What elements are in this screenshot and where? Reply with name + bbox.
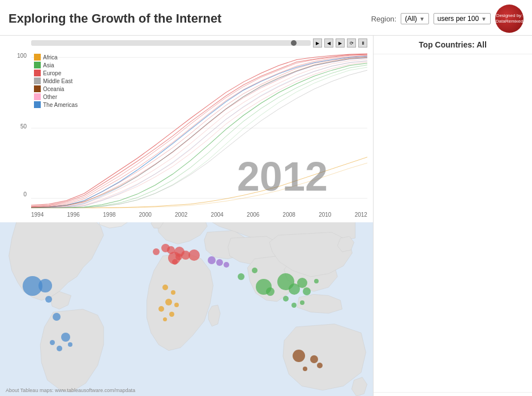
map-bubble-me-2 [216,259,223,266]
map-bubble-asia-6 [252,268,258,273]
map-bubble-asia-8 [283,296,289,302]
map-bubble-asia-5 [238,273,244,280]
x-axis-label: 2008 [283,212,295,218]
legend-item: Middle East [34,78,78,84]
map-bubble-me-3 [224,262,229,268]
logo: Designed by: DataRemixed [495,5,524,33]
chart-legend: AfricaAsiaEuropeMiddle EastOceaniaOtherT… [34,54,78,108]
year-display: 2012 [237,153,328,200]
y-label-0: 0 [3,191,27,197]
metric-dropdown-arrow: ▼ [481,16,487,22]
map-bubble-americas-brazil [61,333,70,342]
right-panel: Top Countries: All [374,36,532,396]
chart-area: ▶ ◀ ▶ ⟳ ⏸ 100 50 0 [0,36,374,222]
x-axis-label: 2012 [355,212,367,218]
map-bubble-africa-7 [163,317,167,321]
map-bubble-asia-9 [291,303,297,308]
x-axis-label: 2004 [211,212,224,218]
legend-item: Asia [34,62,78,68]
rankings-list[interactable] [374,54,532,392]
map-bubble-europe-9 [175,253,182,260]
map-bubble-americas-ca [53,313,61,321]
region-label: Region: [371,15,397,23]
metric-dropdown[interactable]: users per 100 ▼ [434,13,491,24]
legend-color [34,85,41,92]
legend-item: Europe [34,70,78,76]
legend-color [34,78,41,84]
map-bubble-europe-8 [172,259,178,265]
x-axis-label: 2006 [247,212,259,218]
legend-item: Africa [34,54,78,61]
step-forward-button[interactable]: ▶ [336,38,345,48]
step-back-button[interactable]: ◀ [324,38,333,48]
map-bubble-asia-10 [300,300,304,305]
rankings-axis [374,392,532,396]
map-bubble-americas-chile [68,342,72,347]
timeline-track[interactable] [31,40,311,46]
header-controls: Region: (All) ▼ users per 100 ▼ Designed… [371,5,524,33]
app: Exploring the Growth of the Internet Reg… [0,0,532,396]
pause-button[interactable]: ⏸ [358,38,367,48]
play-button[interactable]: ▶ [313,38,322,48]
legend-color [34,62,41,68]
map-area: About Tableau maps: www.tableausoftware.… [0,222,374,396]
map-bubble-asia-4 [303,287,311,295]
loop-button[interactable]: ⟳ [347,38,356,48]
map-bubble-oceania-3 [303,367,307,371]
map-bubble-americas-arg [57,346,62,351]
main-content: ▶ ◀ ▶ ⟳ ⏸ 100 50 0 [0,36,532,396]
map-bubble-oceania-2 [317,363,323,368]
map-bubble-europe-7 [188,249,200,261]
map-bubble-africa-5 [174,303,179,307]
legend-item: The Americas [34,101,78,108]
x-axis-labels: 1994199619982000200220042006200820102012 [31,212,367,218]
x-axis-label: 1994 [31,212,44,218]
left-panel: ▶ ◀ ▶ ⟳ ⏸ 100 50 0 [0,36,374,396]
map-bubble-africa-2 [171,290,175,295]
map-bubble-africa-1 [162,285,168,290]
x-axis-label: 1996 [67,212,80,218]
map-bubble-africa-6 [169,312,174,317]
map-bubble-africa-4 [158,306,164,312]
map-footer: About Tableau maps: www.tableausoftware.… [6,388,135,393]
header: Exploring the Growth of the Internet Reg… [0,0,532,36]
map-bubble-me-1 [208,256,216,264]
map-bubble-americas-canada [38,279,52,292]
legend-color [34,93,41,100]
map-bubble-americas-col [50,340,55,345]
world-map [0,222,373,396]
x-axis-label: 2010 [319,212,331,218]
map-bubble-europe-5 [153,248,160,255]
playback-controls: ▶ ◀ ▶ ⟳ ⏸ [31,38,367,48]
region-dropdown[interactable]: (All) ▼ [401,13,428,24]
x-axis-label: 2000 [139,212,152,218]
x-axis-label: 1998 [103,212,115,218]
x-axis-label: 2002 [175,212,187,218]
y-label-100: 100 [3,53,27,59]
legend-item: Other [34,93,78,100]
legend-color [34,70,41,76]
map-bubble-asia-3 [266,287,274,296]
map-bubble-europe-6 [167,246,175,254]
legend-color [34,101,41,108]
map-bubble-asia-7 [314,279,319,283]
map-bubble-africa-3 [165,299,172,305]
legend-item: Oceania [34,85,78,92]
map-bubble-australia [293,350,305,362]
region-dropdown-arrow: ▼ [419,16,425,22]
legend-color [34,54,41,61]
page-title: Exploring the Growth of the Internet [8,11,221,26]
map-bubble-oceania-1 [310,355,318,363]
rankings-title: Top Countries: All [374,36,532,54]
map-bubble-americas-mex [45,296,52,303]
y-label-50: 50 [3,123,27,130]
map-bubble-asia-2 [297,278,307,288]
timeline-handle[interactable] [291,40,297,46]
